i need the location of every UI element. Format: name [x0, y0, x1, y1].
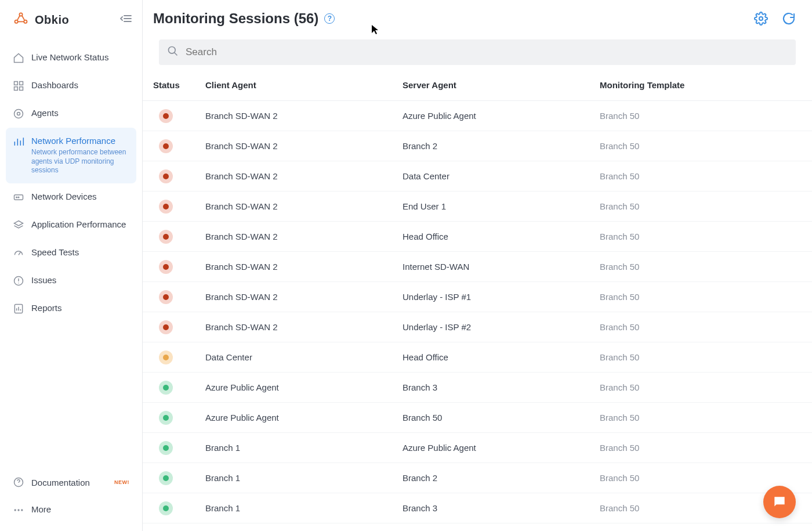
network-performance-icon: [13, 136, 24, 147]
server-agent-cell: Internet SD-WAN: [396, 252, 593, 282]
table-row[interactable]: Branch SD-WAN 2Underlay - ISP #1Branch 5…: [143, 282, 812, 312]
table-row[interactable]: Branch SD-WAN 2End User 1Branch 50: [143, 192, 812, 222]
column-header-status[interactable]: Status: [143, 70, 198, 101]
server-agent-cell: Branch 50: [396, 403, 593, 433]
client-agent-cell: Branch SD-WAN 2: [198, 131, 396, 161]
search-input[interactable]: [186, 46, 788, 58]
status-indicator: [159, 501, 173, 515]
status-indicator: [159, 471, 173, 485]
table-row[interactable]: Branch SD-WAN 2Underlay - ISP #2Branch 5…: [143, 312, 812, 342]
sidebar-item-label: Live Network Status: [31, 52, 108, 62]
logo-icon: [13, 10, 29, 29]
sidebar-item-label: Documentation: [31, 478, 90, 487]
brand[interactable]: Obkio: [13, 10, 69, 29]
status-indicator: [159, 230, 173, 244]
template-cell: Branch 50: [593, 131, 812, 161]
table-row[interactable]: Azure Public AgentBranch 3Branch 50: [143, 373, 812, 403]
agents-icon: [13, 108, 24, 120]
server-agent-cell: Underlay - ISP #2: [396, 312, 593, 342]
table-row[interactable]: Data CenterHead OfficeBranch 50: [143, 342, 812, 373]
client-agent-cell: Azure Public Agent: [198, 403, 396, 433]
brand-bar: Obkio: [0, 0, 142, 39]
svg-point-1: [15, 20, 18, 23]
sidebar-item-label: Reports: [31, 303, 62, 313]
table-row[interactable]: Branch 1Azure Public AgentBranch 50: [143, 433, 812, 463]
svg-point-7: [17, 113, 20, 115]
sidebar-item-more[interactable]: More: [6, 496, 136, 524]
server-agent-cell: Data Center: [396, 161, 593, 192]
sessions-table-wrap[interactable]: Status Client Agent Server Agent Monitor…: [143, 70, 812, 531]
svg-rect-3: [14, 82, 18, 85]
template-cell: Branch 50: [593, 252, 812, 282]
server-agent-cell: Branch 3: [396, 493, 593, 523]
svg-rect-9: [14, 195, 23, 200]
column-header-server[interactable]: Server Agent: [396, 70, 593, 101]
sidebar-item-network-devices[interactable]: Network Devices: [6, 183, 136, 211]
collapse-sidebar-button[interactable]: [120, 15, 132, 25]
svg-point-18: [759, 17, 763, 20]
svg-point-19: [169, 47, 176, 54]
status-indicator: [159, 169, 173, 183]
table-row[interactable]: Branch SD-WAN 2Azure Public AgentBranch …: [143, 101, 812, 131]
table-row[interactable]: Branch SD-WAN 2Head OfficeBranch 50: [143, 222, 812, 252]
sidebar-item-label: Dashboards: [31, 80, 78, 90]
sidebar-item-application-performance[interactable]: Application Performance: [6, 211, 136, 239]
template-cell: Branch 50: [593, 161, 812, 192]
search-icon: [167, 45, 179, 59]
search-bar[interactable]: [159, 39, 796, 65]
client-agent-cell: Branch SD-WAN 2: [198, 101, 396, 131]
main-content: Monitoring Sessions (56) ?: [143, 0, 812, 531]
column-header-client[interactable]: Client Agent: [198, 70, 396, 101]
server-agent-cell: Data Center: [396, 523, 593, 532]
template-cell: Branch 50: [593, 403, 812, 433]
table-row[interactable]: Branch SD-WAN 2Branch 2Branch 50: [143, 131, 812, 161]
svg-point-2: [24, 20, 27, 23]
sidebar-item-issues[interactable]: Issues: [6, 267, 136, 295]
client-agent-cell: Branch 1: [198, 523, 396, 532]
brand-name: Obkio: [35, 13, 69, 27]
table-row[interactable]: Branch SD-WAN 2Internet SD-WANBranch 50: [143, 252, 812, 282]
svg-point-16: [17, 509, 19, 511]
template-cell: Branch 50: [593, 433, 812, 463]
reports-icon: [13, 303, 24, 315]
help-icon: [13, 476, 24, 488]
sidebar-item-documentation[interactable]: Documentation NEW!: [6, 468, 136, 496]
status-indicator: [159, 109, 173, 123]
table-row[interactable]: Branch 1Branch 3Branch 50: [143, 493, 812, 523]
refresh-button[interactable]: [782, 12, 796, 26]
table-row[interactable]: Branch 1Data CenterBranch 50: [143, 523, 812, 532]
settings-button[interactable]: [754, 12, 768, 26]
chat-button[interactable]: [763, 486, 796, 518]
server-agent-cell: Azure Public Agent: [396, 433, 593, 463]
svg-rect-6: [20, 87, 23, 91]
page-header: Monitoring Sessions (56) ?: [143, 0, 812, 35]
server-agent-cell: Branch 2: [396, 463, 593, 493]
sidebar-item-live-network-status[interactable]: Live Network Status: [6, 44, 136, 72]
client-agent-cell: Azure Public Agent: [198, 373, 396, 403]
sidebar-item-network-performance[interactable]: Network Performance Network performance …: [6, 128, 136, 183]
table-row[interactable]: Branch 1Branch 2Branch 50: [143, 463, 812, 493]
sidebar-item-speed-tests[interactable]: Speed Tests: [6, 239, 136, 267]
table-row[interactable]: Azure Public AgentBranch 50Branch 50: [143, 403, 812, 433]
client-agent-cell: Data Center: [198, 342, 396, 373]
client-agent-cell: Branch SD-WAN 2: [198, 192, 396, 222]
status-indicator: [159, 411, 173, 425]
client-agent-cell: Branch 1: [198, 433, 396, 463]
sidebar-item-dashboards[interactable]: Dashboards: [6, 72, 136, 100]
sidebar-item-agents[interactable]: Agents: [6, 100, 136, 128]
client-agent-cell: Branch SD-WAN 2: [198, 252, 396, 282]
status-indicator: [159, 381, 173, 395]
client-agent-cell: Branch SD-WAN 2: [198, 222, 396, 252]
table-row[interactable]: Branch SD-WAN 2Data CenterBranch 50: [143, 161, 812, 192]
server-agent-cell: Head Office: [396, 222, 593, 252]
client-agent-cell: Branch 1: [198, 493, 396, 523]
svg-point-11: [18, 197, 19, 198]
help-button[interactable]: ?: [324, 13, 335, 24]
template-cell: Branch 50: [593, 373, 812, 403]
sidebar-item-reports[interactable]: Reports: [6, 295, 136, 323]
server-agent-cell: Branch 3: [396, 373, 593, 403]
alert-icon: [13, 275, 24, 287]
status-indicator: [159, 351, 173, 364]
column-header-template[interactable]: Monitoring Template: [593, 70, 812, 101]
sidebar-item-label: Network Performance: [31, 136, 129, 146]
